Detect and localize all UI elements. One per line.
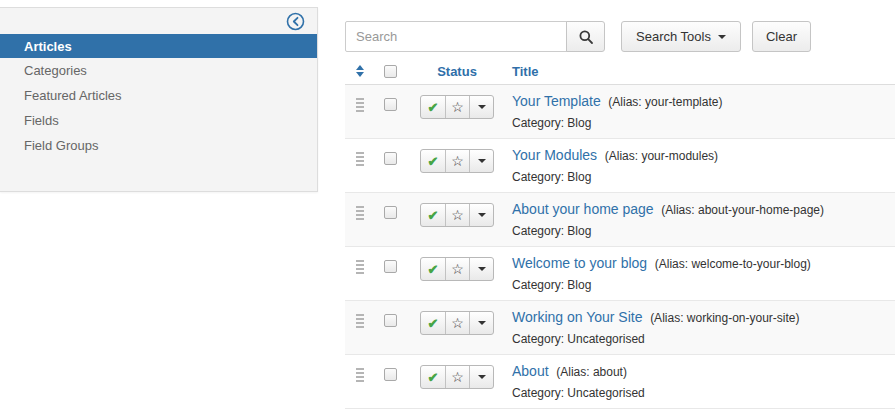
filter-bar: Search Tools Clear	[345, 21, 811, 53]
article-list: ✔ ☆ Your Template (Alias: your-template)…	[345, 85, 895, 409]
feature-button[interactable]: ☆	[445, 258, 469, 280]
table-row: ✔ ☆ Your Template (Alias: your-template)…	[345, 85, 895, 139]
article-category: Category: Uncategorised	[512, 332, 895, 346]
main-content: Search Tools Clear Status Title	[345, 0, 895, 419]
star-icon: ☆	[451, 262, 464, 276]
table-row: ✔ ☆ About (Alias: about) Category: Uncat…	[345, 355, 895, 409]
table-row: ✔ ☆ About your home page (Alias: about-y…	[345, 193, 895, 247]
sidebar-item-fields[interactable]: Fields	[0, 108, 317, 133]
table-row: ✔ ☆ Your Modules (Alias: your-modules) C…	[345, 139, 895, 193]
article-alias: (Alias: about)	[556, 365, 627, 379]
feature-button[interactable]: ☆	[445, 96, 469, 118]
row-checkbox[interactable]	[384, 368, 397, 381]
check-icon: ✔	[428, 209, 439, 222]
feature-button[interactable]: ☆	[445, 204, 469, 226]
caret-down-icon	[478, 105, 486, 109]
publish-button[interactable]: ✔	[421, 258, 445, 280]
article-category: Category: Blog	[512, 278, 895, 292]
caret-down-icon	[478, 159, 486, 163]
status-dropdown-button[interactable]	[469, 366, 493, 388]
row-checkbox[interactable]	[384, 314, 397, 327]
ordering-sort-icon[interactable]	[356, 65, 364, 77]
select-all-checkbox[interactable]	[384, 65, 397, 78]
status-button-group: ✔ ☆	[420, 257, 494, 281]
status-button-group: ✔ ☆	[420, 149, 494, 173]
star-icon: ☆	[451, 154, 464, 168]
publish-button[interactable]: ✔	[421, 150, 445, 172]
article-title-link[interactable]: Working on Your Site	[512, 309, 643, 325]
search-tools-button[interactable]: Search Tools	[621, 21, 741, 52]
article-alias: (Alias: your-modules)	[605, 149, 718, 163]
drag-handle-icon[interactable]	[356, 368, 364, 382]
feature-button[interactable]: ☆	[445, 312, 469, 334]
status-button-group: ✔ ☆	[420, 203, 494, 227]
star-icon: ☆	[451, 316, 464, 330]
article-category: Category: Uncategorised	[512, 386, 895, 400]
status-dropdown-button[interactable]	[469, 150, 493, 172]
circle-arrow-left-icon	[286, 12, 305, 31]
check-icon: ✔	[428, 317, 439, 330]
article-alias: (Alias: welcome-to-your-blog)	[655, 257, 811, 271]
article-title-link[interactable]: About	[512, 363, 549, 379]
feature-button[interactable]: ☆	[445, 150, 469, 172]
row-checkbox[interactable]	[384, 98, 397, 111]
caret-down-icon	[478, 213, 486, 217]
drag-handle-icon[interactable]	[356, 260, 364, 274]
article-title-link[interactable]: Welcome to your blog	[512, 255, 647, 271]
status-dropdown-button[interactable]	[469, 96, 493, 118]
check-icon: ✔	[428, 263, 439, 276]
article-category: Category: Blog	[512, 170, 895, 184]
status-dropdown-button[interactable]	[469, 258, 493, 280]
sidebar-item-featured-articles[interactable]: Featured Articles	[0, 83, 317, 108]
status-button-group: ✔ ☆	[420, 365, 494, 389]
publish-button[interactable]: ✔	[421, 96, 445, 118]
article-alias: (Alias: working-on-your-site)	[650, 311, 799, 325]
caret-down-icon	[718, 35, 726, 39]
article-category: Category: Blog	[512, 116, 895, 130]
sidebar-item-articles[interactable]: Articles	[0, 34, 317, 58]
table-header: Status Title	[345, 58, 895, 85]
article-title-link[interactable]: Your Template	[512, 93, 601, 109]
status-dropdown-button[interactable]	[469, 204, 493, 226]
sidebar: Articles Categories Featured Articles Fi…	[0, 7, 318, 192]
row-checkbox[interactable]	[384, 152, 397, 165]
search-button[interactable]	[566, 21, 605, 52]
row-checkbox[interactable]	[384, 206, 397, 219]
publish-button[interactable]: ✔	[421, 312, 445, 334]
article-alias: (Alias: your-template)	[608, 95, 722, 109]
sidebar-item-categories[interactable]: Categories	[0, 58, 317, 83]
caret-down-icon	[478, 321, 486, 325]
drag-handle-icon[interactable]	[356, 152, 364, 166]
collapse-sidebar-button[interactable]	[285, 11, 305, 31]
status-dropdown-button[interactable]	[469, 312, 493, 334]
star-icon: ☆	[451, 100, 464, 114]
star-icon: ☆	[451, 208, 464, 222]
feature-button[interactable]: ☆	[445, 366, 469, 388]
article-title-link[interactable]: Your Modules	[512, 147, 597, 163]
drag-handle-icon[interactable]	[356, 206, 364, 220]
article-alias: (Alias: about-your-home-page)	[661, 203, 824, 217]
search-tools-label: Search Tools	[636, 29, 711, 44]
row-checkbox[interactable]	[384, 260, 397, 273]
publish-button[interactable]: ✔	[421, 204, 445, 226]
drag-handle-icon[interactable]	[356, 314, 364, 328]
check-icon: ✔	[428, 101, 439, 114]
table-row: ✔ ☆ Welcome to your blog (Alias: welcome…	[345, 247, 895, 301]
check-icon: ✔	[428, 371, 439, 384]
star-icon: ☆	[451, 370, 464, 384]
caret-down-icon	[478, 375, 486, 379]
table-row: ✔ ☆ Working on Your Site (Alias: working…	[345, 301, 895, 355]
clear-button[interactable]: Clear	[752, 21, 811, 52]
title-column-header[interactable]: Title	[512, 64, 539, 79]
sidebar-header	[0, 8, 317, 34]
magnifier-icon	[578, 29, 594, 45]
status-button-group: ✔ ☆	[420, 311, 494, 335]
status-button-group: ✔ ☆	[420, 95, 494, 119]
drag-handle-icon[interactable]	[356, 98, 364, 112]
sidebar-item-field-groups[interactable]: Field Groups	[0, 133, 317, 158]
status-column-header[interactable]: Status	[420, 64, 494, 79]
article-title-link[interactable]: About your home page	[512, 201, 654, 217]
page: Articles Categories Featured Articles Fi…	[0, 0, 895, 419]
publish-button[interactable]: ✔	[421, 366, 445, 388]
search-input[interactable]	[345, 21, 567, 52]
